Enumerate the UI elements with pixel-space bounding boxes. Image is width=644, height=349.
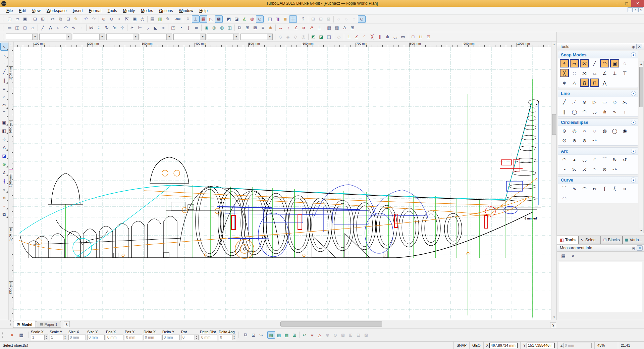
inspector-list-icon[interactable]: ▦: [17, 331, 25, 339]
palette-close-icon[interactable]: ✕: [637, 245, 643, 251]
geo-elevation-icon[interactable]: ⊓: [409, 33, 417, 41]
chevron-down-icon[interactable]: ▼: [32, 34, 38, 40]
curve-spline-fit-icon[interactable]: ◠: [580, 184, 589, 193]
scale-icon[interactable]: ⇲: [111, 24, 118, 32]
dim-angular-icon[interactable]: ∠: [292, 24, 300, 32]
curve-sketch-icon[interactable]: ≈: [620, 184, 629, 193]
hatch-line-icon[interactable]: ∦: [0, 177, 8, 185]
paint-icon[interactable]: ◪: [0, 152, 8, 160]
dim-vertical-icon[interactable]: ↕: [284, 24, 292, 32]
mdi-close-button[interactable]: ✕: [638, 7, 643, 12]
chevron-up-icon[interactable]: ▲: [631, 52, 636, 57]
mi-close-icon[interactable]: ✕: [569, 252, 577, 260]
view-iso-icon[interactable]: ◌: [335, 15, 342, 23]
text-icon[interactable]: A: [341, 24, 348, 32]
view-top-icon[interactable]: ◌: [342, 15, 350, 23]
menu-format[interactable]: Format: [86, 7, 105, 14]
copy-array-icon[interactable]: ⧉: [0, 210, 8, 218]
menu-modify[interactable]: Modify: [120, 7, 138, 14]
dim-radius-icon[interactable]: ⌀: [300, 24, 308, 32]
snap-face-icon[interactable]: △: [570, 79, 579, 87]
ruler-corner[interactable]: ∟: [9, 42, 13, 47]
line-icon[interactable]: ╱: [0, 68, 8, 76]
field-input[interactable]: 0 mm: [106, 335, 123, 340]
curve-cloud-icon[interactable]: ◠: [560, 194, 569, 202]
arc-concentric-icon[interactable]: ◕: [570, 155, 579, 164]
zoom-level[interactable]: 43%: [594, 342, 618, 349]
explode-icon[interactable]: ∗: [267, 24, 274, 32]
mdi-restore-button[interactable]: ▫: [633, 7, 638, 12]
arc-start-end-icon[interactable]: ◔: [560, 165, 569, 173]
pin-icon[interactable]: ◉: [631, 245, 637, 251]
ellipse-rotated-icon[interactable]: ⊜: [570, 136, 579, 145]
select-normal-icon[interactable]: ▧: [267, 331, 275, 339]
ungroup-icon[interactable]: ⊟: [317, 15, 325, 23]
menu-help[interactable]: Help: [196, 7, 211, 14]
array-3d-icon[interactable]: ⊞: [244, 24, 251, 32]
property-combo-8[interactable]: ▼: [240, 34, 273, 40]
field-input[interactable]: 0▲▼: [181, 335, 199, 340]
lights-icon[interactable]: ≣: [281, 15, 289, 23]
arc-icon[interactable]: ◠: [0, 101, 8, 109]
snap-intersection-icon[interactable]: ╳: [560, 69, 569, 77]
circle-double-point-icon[interactable]: ○: [580, 127, 589, 135]
snap-magnet-icon[interactable]: ⊛: [0, 160, 8, 168]
menu-view[interactable]: View: [29, 7, 44, 14]
intersect-icon[interactable]: ◍: [218, 24, 226, 32]
snap-ortho-icon[interactable]: ⊓: [590, 79, 599, 87]
roof-icon[interactable]: ⌂: [29, 24, 37, 32]
ghost-surface-icon[interactable]: ◈: [284, 33, 292, 41]
circle-concentric-icon[interactable]: ◎: [570, 127, 579, 135]
menu-workspace[interactable]: Workspace: [44, 7, 70, 14]
field-input[interactable]: 0 mm: [162, 335, 180, 340]
line-axis-icon[interactable]: ↓: [620, 107, 629, 116]
fillet-icon[interactable]: ◞: [144, 24, 152, 32]
palette-close-icon[interactable]: ✕: [636, 44, 642, 49]
dim-leader-icon[interactable]: ↗: [308, 24, 315, 32]
spline-icon[interactable]: ∿: [70, 24, 77, 32]
save-icon[interactable]: ▣: [21, 15, 29, 23]
move-icon[interactable]: ⊹: [0, 135, 8, 143]
menu-tools[interactable]: Tools: [105, 7, 120, 14]
curve-spiral-icon[interactable]: ʃ: [600, 184, 609, 193]
arc-1-3-2-icon[interactable]: ↺: [620, 155, 629, 164]
extend-icon[interactable]: ⊢: [136, 24, 144, 32]
spark-icon[interactable]: ∗: [308, 331, 316, 339]
field-input[interactable]: 0 mm: [200, 335, 217, 340]
line-tangent-from-arc-icon[interactable]: ◠: [580, 107, 589, 116]
arc-ratio-icon[interactable]: a:b: [610, 165, 619, 173]
y-coordinate-field[interactable]: 1517,355446 r: [527, 343, 555, 348]
render-shaded-icon[interactable]: ◨: [274, 15, 281, 23]
chevron-up-icon[interactable]: ▲: [631, 178, 636, 183]
arc-center-radius-icon[interactable]: ◠: [560, 155, 569, 164]
ghost-solid-icon[interactable]: ◇: [276, 33, 284, 41]
undo-selection-icon[interactable]: ↩: [301, 331, 308, 339]
block-insert-icon[interactable]: ⊠: [325, 15, 332, 23]
x-coordinate-field[interactable]: 467,89734 mm: [489, 343, 518, 348]
mirror-3d-icon[interactable]: ⊠: [251, 24, 259, 32]
tab-paper-1[interactable]: ▤ Paper 1: [36, 321, 61, 328]
edit-node-icon[interactable]: ⋱: [0, 51, 8, 59]
measurement-list[interactable]: [559, 261, 642, 312]
zoom-in-icon[interactable]: ⊕: [100, 15, 108, 23]
double-line-icon[interactable]: ∥: [0, 76, 8, 84]
window-icon[interactable]: ◻: [21, 24, 29, 32]
circle-3-point-icon[interactable]: ◌: [590, 127, 599, 135]
arc-tan-point-icon[interactable]: ⋋: [570, 165, 579, 173]
glider-plan-drawing[interactable]: 6 mm ed: [13, 47, 551, 320]
line-tangent-2-arcs-icon[interactable]: ◡: [590, 107, 599, 116]
copy-icon[interactable]: ⧉: [57, 15, 64, 23]
curve-helix-icon[interactable]: ξ: [610, 184, 619, 193]
render-wireframe-icon[interactable]: ◫: [266, 15, 274, 23]
pen-style-icon[interactable]: ✎: [164, 15, 172, 23]
horizontal-ruler[interactable]: 100 mm200 mm300 mm400 mm500 mm600 mm700 …: [13, 42, 551, 47]
print-icon[interactable]: ⊟: [31, 15, 39, 23]
ellipse-ratio-icon[interactable]: a:b: [590, 136, 599, 145]
tabstrip-handle[interactable]: [10, 320, 11, 326]
palette-scroll-thumb[interactable]: [639, 67, 643, 107]
curve-icon[interactable]: ⌒: [0, 110, 8, 118]
spinner[interactable]: ▲▼: [195, 335, 198, 340]
toolbar-handle[interactable]: [3, 16, 4, 22]
print-preview-icon[interactable]: ⊞: [39, 15, 47, 23]
geo-perpendicular-icon[interactable]: ⊥: [345, 33, 353, 41]
